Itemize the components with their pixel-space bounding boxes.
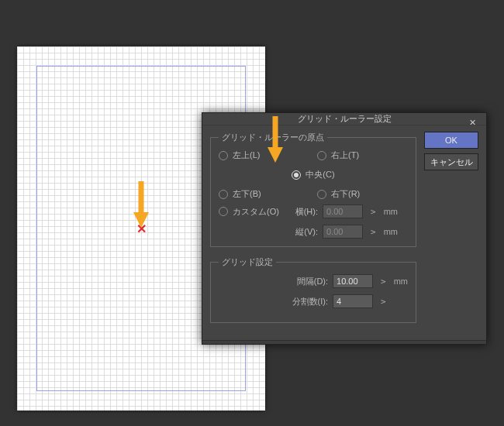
origin-marker: ✕ [136, 222, 147, 236]
custom-h-input[interactable] [323, 204, 363, 218]
close-icon[interactable]: ✕ [463, 113, 482, 132]
custom-v-input[interactable] [323, 225, 363, 239]
unit-label: mm [384, 207, 398, 216]
grid-ruler-settings-dialog: グリッド・ルーラー設定 ✕ グリッド・ルーラーの原点 左上(L) 右上(T) [202, 112, 487, 345]
radio-label: 右上(T) [331, 149, 359, 161]
grid-settings-legend: グリッド設定 [219, 256, 276, 268]
spacing-input[interactable] [333, 274, 373, 288]
radio-circle-icon [219, 190, 228, 199]
chevron-right-icon[interactable]: > [378, 297, 389, 307]
cancel-button[interactable]: キャンセル [424, 153, 478, 170]
custom-v-label: 縦(V): [288, 226, 318, 238]
chevron-right-icon[interactable]: > [368, 227, 379, 237]
dialog-title: グリッド・ルーラー設定 [298, 113, 392, 125]
spacing-label: 間隔(D): [285, 276, 328, 287]
radio-bottom-left[interactable]: 左下(B) [219, 188, 309, 200]
radio-custom[interactable]: カスタム(O) [219, 206, 288, 218]
radio-bottom-right[interactable]: 右下(R) [317, 188, 408, 200]
radio-top-right[interactable]: 右上(T) [317, 149, 408, 161]
radio-circle-icon [317, 151, 326, 160]
radio-center[interactable]: 中央(C) [292, 169, 334, 180]
radio-circle-icon [219, 151, 228, 160]
division-row: 分割数(I): > mm [219, 294, 408, 308]
custom-v-row: 縦(V): > mm [288, 225, 408, 239]
dialog-resize-bar [202, 340, 486, 344]
dialog-left-column: グリッド・ルーラーの原点 左上(L) 右上(T) 中央(C) [210, 132, 416, 332]
radio-label: 左下(B) [233, 188, 261, 200]
origin-legend: グリッド・ルーラーの原点 [219, 132, 327, 143]
unit-label: mm [394, 277, 408, 286]
radio-circle-icon [292, 170, 301, 180]
ok-button[interactable]: OK [424, 132, 478, 149]
dialog-right-column: OK キャンセル [424, 132, 478, 332]
custom-origin-row: カスタム(O) 横(H): > mm 縦(V): > mm [219, 204, 408, 239]
radio-label: 中央(C) [306, 169, 334, 180]
dialog-titlebar: グリッド・ルーラー設定 ✕ [202, 113, 486, 125]
radio-label: 左上(L) [233, 149, 260, 161]
division-input[interactable] [333, 294, 373, 308]
origin-group: グリッド・ルーラーの原点 左上(L) 右上(T) 中央(C) [210, 132, 416, 247]
custom-h-label: 横(H): [288, 206, 318, 218]
radio-label: 右下(R) [331, 188, 360, 200]
unit-label: mm [384, 227, 398, 236]
dialog-body: グリッド・ルーラーの原点 左上(L) 右上(T) 中央(C) [202, 125, 486, 340]
division-label: 分割数(I): [285, 296, 328, 307]
radio-top-left[interactable]: 左上(L) [219, 149, 309, 161]
grid-settings-group: グリッド設定 間隔(D): > mm 分割数(I): > mm [210, 256, 416, 323]
radio-circle-icon [317, 190, 326, 199]
chevron-right-icon[interactable]: > [368, 207, 379, 217]
radio-label: カスタム(O) [233, 206, 279, 218]
origin-radio-grid: 左上(L) 右上(T) 中央(C) 左下(B) [219, 149, 408, 200]
spacing-row: 間隔(D): > mm [219, 274, 408, 288]
custom-h-row: 横(H): > mm [288, 204, 408, 218]
radio-circle-icon [219, 207, 228, 216]
chevron-right-icon[interactable]: > [378, 277, 389, 287]
